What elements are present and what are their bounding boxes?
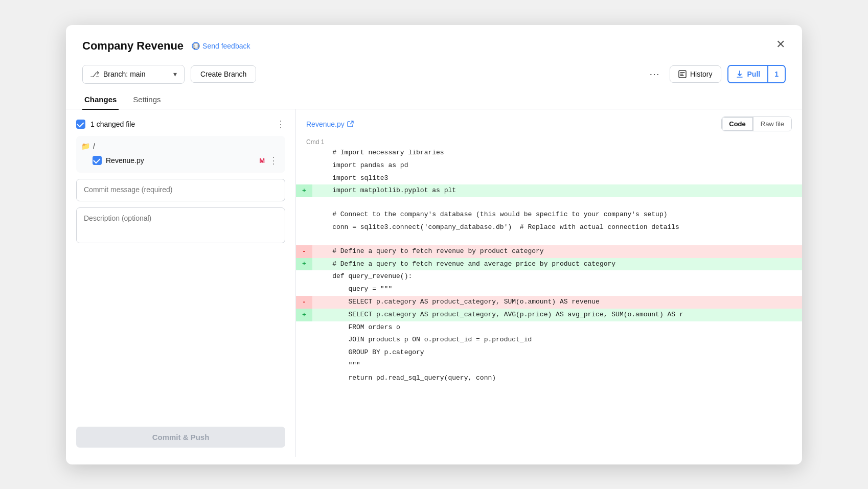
- feedback-icon: 💬: [192, 42, 200, 50]
- line-content: GROUP BY p.category: [312, 346, 802, 359]
- line-content: def query_revenue():: [312, 270, 802, 283]
- line-prefix: +: [296, 309, 312, 321]
- line-content: # Define a query to fetch revenue by pro…: [312, 245, 802, 258]
- changed-files-more-icon[interactable]: ⋮: [276, 119, 285, 130]
- code-view-toggle: Code Raw file: [721, 117, 792, 131]
- line-content: JOIN products p ON o.product_id = p.prod…: [312, 334, 802, 346]
- line-content: [312, 197, 802, 208]
- pull-count-button[interactable]: 1: [767, 66, 785, 82]
- history-icon: [678, 70, 687, 78]
- folder-row: 📁 /: [81, 140, 280, 152]
- pull-button[interactable]: Pull: [728, 66, 768, 82]
- code-line: # Connect to the company's database (thi…: [296, 208, 802, 221]
- code-line: # Import necessary libraries: [296, 147, 802, 159]
- more-options-button[interactable]: ⋯: [645, 66, 664, 82]
- close-icon: ✕: [776, 38, 785, 51]
- folder-icon: 📁: [81, 142, 90, 150]
- create-branch-button[interactable]: Create Branch: [191, 65, 256, 83]
- line-prefix: -: [296, 245, 312, 258]
- code-line: JOIN products p ON o.product_id = p.prod…: [296, 334, 802, 346]
- code-block[interactable]: # Import necessary libraries import pand…: [296, 147, 802, 457]
- code-line: import sqlite3: [296, 172, 802, 185]
- branch-select[interactable]: ⎇ Branch: main ▾: [82, 65, 185, 84]
- file-checkbox[interactable]: [93, 156, 102, 165]
- line-content: query = """: [312, 283, 802, 296]
- commit-push-button[interactable]: Commit & Push: [76, 427, 285, 448]
- external-link-icon: [347, 121, 354, 127]
- file-more-icon[interactable]: ⋮: [269, 155, 278, 166]
- tabs-bar: Changes Settings: [66, 90, 802, 110]
- commit-message-input[interactable]: [76, 179, 285, 201]
- file-tree: 📁 / Revenue.py M ⋮: [76, 136, 285, 173]
- code-line: import pandas as pd: [296, 159, 802, 172]
- code-view-button[interactable]: Code: [722, 117, 753, 131]
- code-line: def query_revenue():: [296, 270, 802, 283]
- line-content: [312, 234, 802, 245]
- code-line: + import matplotlib.pyplot as plt: [296, 184, 802, 197]
- modal-title: Company Revenue: [82, 39, 184, 53]
- line-content: # Connect to the company's database (thi…: [312, 208, 802, 221]
- main-content: 1 changed file ⋮ 📁 / Revenue.py M ⋮ Comm…: [66, 109, 802, 457]
- line-prefix: [296, 197, 312, 208]
- line-prefix: [296, 283, 312, 296]
- line-prefix: [296, 147, 312, 159]
- file-row[interactable]: Revenue.py M ⋮: [81, 152, 280, 169]
- more-icon: ⋯: [649, 68, 659, 80]
- select-all-checkbox[interactable]: [76, 120, 85, 129]
- history-button[interactable]: History: [670, 65, 721, 83]
- line-prefix: [296, 208, 312, 221]
- raw-file-button[interactable]: Raw file: [753, 117, 791, 131]
- line-content: import matplotlib.pyplot as plt: [312, 184, 802, 197]
- line-prefix: [296, 334, 312, 346]
- line-prefix: [296, 172, 312, 185]
- code-line: - # Define a query to fetch revenue by p…: [296, 245, 802, 258]
- line-prefix: [296, 346, 312, 359]
- code-line: query = """: [296, 283, 802, 296]
- line-content: return pd.read_sql_query(query, conn): [312, 372, 802, 385]
- pull-button-group: Pull 1: [727, 65, 786, 83]
- line-prefix: +: [296, 258, 312, 271]
- close-button[interactable]: ✕: [771, 35, 790, 54]
- send-feedback-link[interactable]: 💬 Send feedback: [192, 42, 250, 50]
- modal-header: Company Revenue 💬 Send feedback ✕: [66, 25, 802, 61]
- main-modal: Company Revenue 💬 Send feedback ✕ ⎇ Bran…: [66, 25, 802, 464]
- code-line: GROUP BY p.category: [296, 346, 802, 359]
- description-input[interactable]: [76, 207, 285, 243]
- toolbar: ⎇ Branch: main ▾ Create Branch ⋯ History…: [66, 61, 802, 90]
- code-line: - SELECT p.category AS product_category,…: [296, 296, 802, 309]
- code-line: conn = sqlite3.connect('company_database…: [296, 221, 802, 234]
- file-modified-badge: M: [259, 157, 265, 165]
- line-content: conn = sqlite3.connect('company_database…: [312, 221, 802, 234]
- line-prefix: [296, 221, 312, 234]
- code-line: [296, 234, 802, 245]
- line-prefix: [296, 359, 312, 372]
- tab-settings[interactable]: Settings: [131, 90, 163, 110]
- line-prefix: -: [296, 296, 312, 309]
- line-content: SELECT p.category AS product_category, S…: [312, 296, 802, 309]
- code-line: """: [296, 359, 802, 372]
- svg-text:💬: 💬: [193, 43, 199, 50]
- code-line: + # Define a query to fetch revenue and …: [296, 258, 802, 271]
- line-content: # Import necessary libraries: [312, 147, 802, 159]
- line-content: """: [312, 359, 802, 372]
- pull-icon: [736, 70, 744, 78]
- line-content: import sqlite3: [312, 172, 802, 185]
- file-link[interactable]: Revenue.py: [306, 120, 354, 128]
- branch-icon: ⎇: [90, 69, 99, 79]
- code-header: Revenue.py Code Raw file: [296, 109, 802, 136]
- code-line: + SELECT p.category AS product_category,…: [296, 309, 802, 321]
- line-content: # Define a query to fetch revenue and av…: [312, 258, 802, 271]
- code-panel: Revenue.py Code Raw file Cmd 1 # Import …: [296, 109, 802, 457]
- cmd-bar: Cmd 1: [296, 136, 802, 147]
- line-content: SELECT p.category AS product_category, A…: [312, 309, 802, 321]
- tab-changes[interactable]: Changes: [82, 90, 119, 110]
- line-content: import pandas as pd: [312, 159, 802, 172]
- code-line: FROM orders o: [296, 321, 802, 334]
- line-prefix: [296, 159, 312, 172]
- line-prefix: [296, 321, 312, 334]
- changed-files-header: 1 changed file ⋮: [76, 119, 285, 130]
- line-content: FROM orders o: [312, 321, 802, 334]
- line-prefix: +: [296, 184, 312, 197]
- chevron-down-icon: ▾: [173, 70, 177, 78]
- sidebar: 1 changed file ⋮ 📁 / Revenue.py M ⋮ Comm…: [66, 109, 296, 457]
